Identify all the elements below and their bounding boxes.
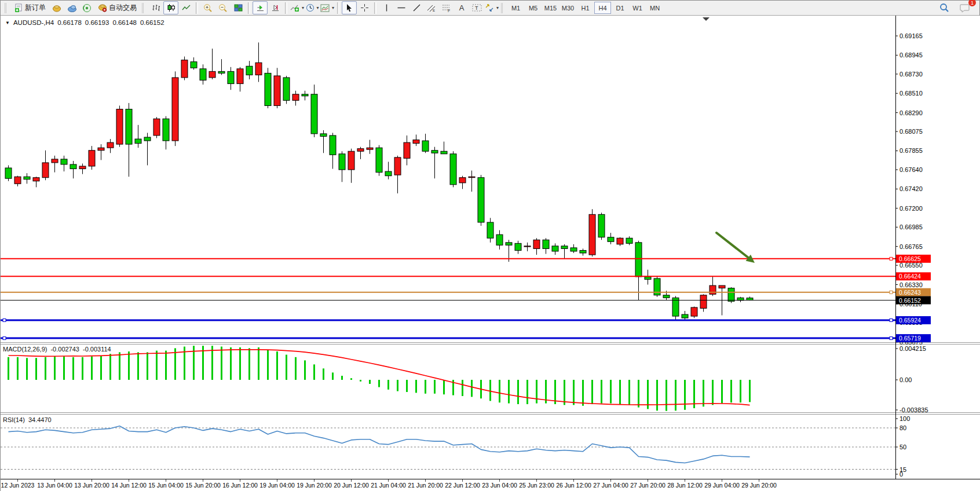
- label-button[interactable]: T: [469, 1, 484, 14]
- time-tick-label: 27 Jun 20:00: [630, 482, 665, 489]
- time-tick-label: 16 Jun 12:00: [222, 482, 258, 489]
- support-lower-handle[interactable]: [3, 337, 6, 340]
- timeframe-m15[interactable]: M15: [542, 2, 559, 14]
- time-tick-label: 25 Jun 23:00: [519, 482, 554, 489]
- timeframe-toolbar: M1M5M15M30H1H4D1W1MN: [507, 2, 663, 14]
- candle-body: [348, 151, 354, 170]
- toolbar-grip[interactable]: [5, 3, 9, 13]
- rsi-value: 34.4470: [28, 416, 52, 423]
- cursor-button[interactable]: [342, 1, 357, 14]
- algo-trading-button[interactable]: 自动交易: [94, 1, 140, 14]
- trendline-button[interactable]: [409, 1, 424, 14]
- macd-histogram-bar: [26, 358, 28, 380]
- macd-histogram-bar: [536, 380, 537, 404]
- new-order-button[interactable]: 新订单: [11, 1, 49, 14]
- candle-body: [450, 154, 456, 185]
- macd-histogram-bar: [360, 380, 361, 382]
- time-tick-label: 22 Jun 12:00: [445, 482, 480, 489]
- candle-body: [533, 240, 540, 248]
- horizontal-line-icon: [397, 4, 406, 12]
- price-line-badge-value: 0.66625: [899, 255, 921, 262]
- timeframe-w1[interactable]: W1: [629, 2, 646, 14]
- toolbar-grip[interactable]: [501, 3, 506, 13]
- candle-body: [487, 222, 493, 238]
- candle-body: [330, 135, 336, 155]
- bar-chart-button[interactable]: [148, 1, 163, 14]
- horizontal-line-button[interactable]: [394, 1, 409, 14]
- notifications-button[interactable]: 1: [957, 1, 972, 14]
- macd-histogram-bar: [628, 380, 630, 405]
- timeframe-m30[interactable]: M30: [560, 2, 576, 14]
- zoom-in-icon: [203, 3, 213, 13]
- chart-canvas[interactable]: 0.691650.689450.687300.685100.682900.680…: [1, 16, 980, 491]
- time-tick-label: 19 Jun 20:00: [297, 482, 332, 489]
- macd-histogram-bar: [156, 351, 158, 380]
- candle-body: [561, 246, 568, 249]
- macd-histogram-bar: [730, 380, 732, 402]
- toolbar-right: 1: [937, 1, 977, 14]
- auto-scroll-button[interactable]: [253, 1, 268, 14]
- candle-body: [228, 71, 234, 83]
- line-chart-button[interactable]: [178, 1, 193, 14]
- rsi-label: RSI(14) 34.4470: [3, 416, 52, 423]
- candle-body: [404, 142, 410, 158]
- periods-button[interactable]: ▾: [305, 1, 320, 14]
- candle-body: [367, 148, 373, 149]
- search-button[interactable]: [937, 1, 952, 14]
- annotation-arrow[interactable]: [716, 233, 748, 258]
- text-button[interactable]: A: [454, 1, 469, 14]
- candle-body: [107, 142, 114, 148]
- macd-histogram-bar: [489, 380, 491, 401]
- chart-low-value: 0.66148: [112, 19, 137, 26]
- candle-body: [265, 73, 271, 105]
- support-upper-handle[interactable]: [890, 319, 893, 322]
- label-icon: T: [472, 3, 482, 12]
- candle-body: [672, 298, 679, 316]
- timeframe-m5[interactable]: M5: [525, 2, 542, 14]
- community-button[interactable]: [64, 1, 79, 14]
- algo-trading-label: 自动交易: [109, 3, 137, 13]
- macd-tick-label: 0.004215: [899, 345, 926, 352]
- zoom-in-button[interactable]: [200, 1, 215, 14]
- support-upper-handle[interactable]: [3, 319, 6, 322]
- price-line-badge-value: 0.66152: [899, 297, 921, 304]
- chart-shift-button[interactable]: [268, 1, 283, 14]
- timeframe-h4[interactable]: H4: [594, 2, 611, 14]
- fibonacci-icon: F: [442, 3, 451, 12]
- zoom-out-button[interactable]: [215, 1, 231, 14]
- fibonacci-button[interactable]: F: [439, 1, 454, 14]
- time-tick-label: 15 Jun 04:00: [148, 482, 184, 489]
- tile-windows-button[interactable]: [231, 1, 246, 14]
- candle-body: [432, 151, 438, 153]
- timeframe-h1[interactable]: H1: [577, 2, 594, 14]
- chart-shift-marker[interactable]: [703, 17, 710, 21]
- vertical-line-button[interactable]: [379, 1, 394, 14]
- candle-body: [98, 148, 104, 151]
- chevron-down-icon: ▾: [317, 5, 319, 10]
- chart-region: 0.691650.689450.687300.685100.682900.680…: [1, 16, 980, 491]
- market-button[interactable]: [49, 1, 64, 14]
- timeframe-d1[interactable]: D1: [612, 2, 628, 14]
- support-lower-handle[interactable]: [890, 337, 893, 340]
- signals-button[interactable]: [79, 1, 94, 14]
- channel-button[interactable]: E: [424, 1, 439, 14]
- arrows-button[interactable]: ▾: [484, 1, 499, 14]
- timeframe-mn[interactable]: MN: [646, 2, 663, 14]
- vertical-line-icon: [383, 3, 390, 12]
- pivot-line-handle[interactable]: [890, 291, 893, 294]
- resistance-upper-handle[interactable]: [890, 257, 893, 260]
- candlestick-chart-button[interactable]: [163, 1, 178, 14]
- crosshair-button[interactable]: [357, 1, 372, 14]
- candle-body: [626, 238, 632, 243]
- templates-button[interactable]: ▾: [320, 1, 335, 14]
- toolbar-separator: [248, 2, 250, 14]
- svg-text:E: E: [433, 9, 435, 12]
- one-click-trading-toggle[interactable]: ▼: [5, 20, 10, 25]
- chart-title: ▼ AUDUSD-,H4 0.66178 0.66193 0.66148 0.6…: [5, 19, 164, 26]
- timeframe-m1[interactable]: M1: [507, 2, 524, 14]
- toolbar-grip[interactable]: [142, 3, 147, 13]
- indicators-button[interactable]: ▾: [290, 1, 305, 14]
- macd-histogram-bar: [665, 380, 667, 411]
- candle-body: [589, 214, 595, 255]
- time-tick-label: 20 Jun 12:00: [334, 482, 369, 489]
